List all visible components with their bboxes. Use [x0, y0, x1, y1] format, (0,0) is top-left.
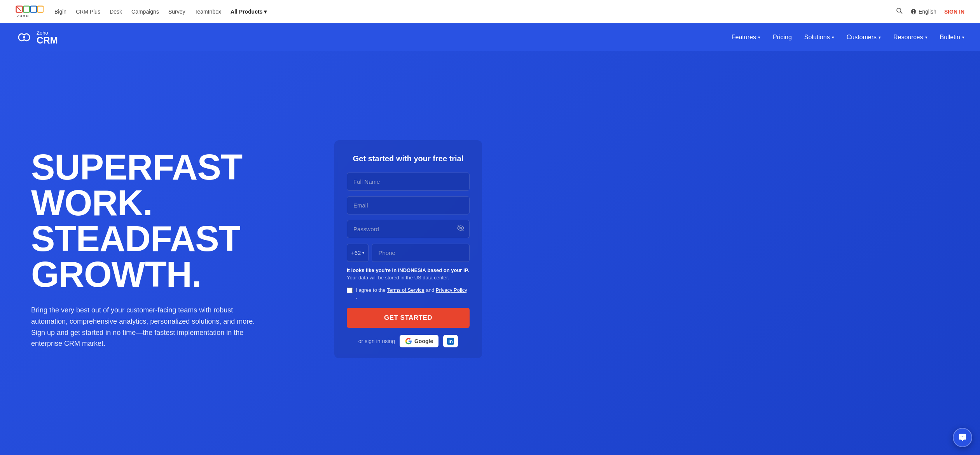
top-nav: Bigin CRM Plus Desk Campaigns Survey Tea…: [54, 9, 267, 15]
bulletin-chevron: ▾: [962, 35, 964, 40]
svg-point-16: [964, 436, 964, 437]
svg-line-1: [17, 7, 21, 11]
email-input[interactable]: [347, 196, 470, 214]
google-label: Google: [414, 338, 433, 344]
nav-bigin[interactable]: Bigin: [54, 9, 66, 15]
password-input[interactable]: [347, 220, 470, 238]
get-started-button[interactable]: GET STARTED: [347, 308, 470, 328]
nav-customers[interactable]: Customers ▾: [847, 34, 881, 41]
svg-point-15: [962, 436, 963, 437]
nav-desk[interactable]: Desk: [110, 9, 122, 15]
phone-code-selector[interactable]: +62 ▾: [347, 244, 369, 262]
social-signin-row: or sign in using Google in: [347, 335, 470, 347]
language-selector[interactable]: English: [910, 9, 936, 15]
google-signin-button[interactable]: Google: [400, 335, 438, 347]
sign-in-link[interactable]: SIGN IN: [944, 9, 964, 15]
nav-solutions[interactable]: Solutions ▾: [804, 34, 834, 41]
resources-chevron: ▾: [925, 35, 928, 40]
nav-pricing[interactable]: Pricing: [773, 34, 792, 41]
phone-input[interactable]: [372, 244, 470, 262]
main-nav-links: Features ▾ Pricing Solutions ▾ Customers…: [732, 34, 964, 41]
tos-checkbox[interactable]: [347, 288, 353, 293]
nav-teaminbox[interactable]: TeamInbox: [194, 9, 221, 15]
language-label: English: [919, 9, 936, 15]
chat-icon: [958, 433, 967, 442]
hero-headline: SUPERFAST WORK. STEADFAST GROWTH.: [31, 149, 311, 292]
hero-left: SUPERFAST WORK. STEADFAST GROWTH. Bring …: [31, 149, 311, 349]
zoho-logo[interactable]: ZOHO: [16, 3, 44, 20]
svg-rect-4: [38, 6, 43, 12]
tos-row: I agree to the Terms of Service and Priv…: [347, 287, 470, 301]
linkedin-signin-button[interactable]: in: [443, 335, 458, 347]
phone-code-chevron: ▾: [362, 251, 364, 255]
zoho-logo-svg: ZOHO: [16, 3, 44, 20]
top-bar-left: ZOHO Bigin CRM Plus Desk Campaigns Surve…: [16, 3, 267, 20]
hero-section: SUPERFAST WORK. STEADFAST GROWTH. Bring …: [0, 51, 980, 455]
fullname-input[interactable]: [347, 173, 470, 191]
password-group: [347, 220, 470, 238]
form-title: Get started with your free trial: [347, 154, 470, 163]
linkedin-icon: in: [447, 338, 454, 345]
svg-point-11: [23, 36, 25, 38]
all-products-chevron: ▾: [264, 9, 267, 15]
location-note: It looks like you're in INDONESIA based …: [347, 267, 470, 273]
location-country: INDONESIA: [398, 267, 426, 273]
main-nav: Zoho CRM Features ▾ Pricing Solutions ▾ …: [0, 23, 980, 51]
svg-rect-2: [23, 6, 30, 12]
nav-all-products[interactable]: All Products ▾: [231, 9, 267, 15]
phone-code-value: +62: [351, 249, 361, 256]
chat-bubble[interactable]: [953, 428, 972, 447]
datacenter-note: Your data will be stored in the US data …: [347, 275, 470, 281]
search-button[interactable]: [896, 7, 903, 16]
features-chevron: ▾: [758, 35, 760, 40]
signup-form-card: Get started with your free trial: [334, 140, 482, 358]
phone-group: +62 ▾: [347, 244, 470, 262]
nav-bulletin[interactable]: Bulletin ▾: [940, 34, 964, 41]
crm-logo-text: Zoho CRM: [37, 30, 58, 45]
google-icon: [405, 338, 412, 345]
solutions-chevron: ▾: [832, 35, 834, 40]
email-group: [347, 196, 470, 214]
hero-right: Get started with your free trial: [334, 140, 482, 358]
customers-chevron: ▾: [879, 35, 881, 40]
nav-crmplus[interactable]: CRM Plus: [76, 9, 100, 15]
terms-link[interactable]: Terms of Service: [387, 287, 424, 293]
crm-logo[interactable]: Zoho CRM: [16, 29, 58, 46]
nav-resources[interactable]: Resources ▾: [893, 34, 927, 41]
nav-campaigns[interactable]: Campaigns: [131, 9, 159, 15]
signin-label: or sign in using: [358, 338, 395, 344]
nav-features[interactable]: Features ▾: [732, 34, 760, 41]
hero-description: Bring the very best out of your customer…: [31, 305, 257, 349]
tos-text: I agree to the Terms of Service and Priv…: [356, 287, 470, 301]
top-bar-right: English SIGN IN: [896, 7, 964, 16]
svg-line-7: [900, 12, 902, 13]
svg-rect-3: [30, 6, 37, 12]
privacy-link[interactable]: Privacy Policy: [436, 287, 467, 293]
crm-logo-icon: [16, 29, 33, 46]
fullname-group: [347, 173, 470, 191]
password-toggle-icon[interactable]: [457, 225, 464, 233]
nav-survey[interactable]: Survey: [168, 9, 185, 15]
top-bar: ZOHO Bigin CRM Plus Desk Campaigns Surve…: [0, 0, 980, 23]
svg-point-14: [961, 436, 961, 437]
svg-text:ZOHO: ZOHO: [17, 14, 29, 18]
